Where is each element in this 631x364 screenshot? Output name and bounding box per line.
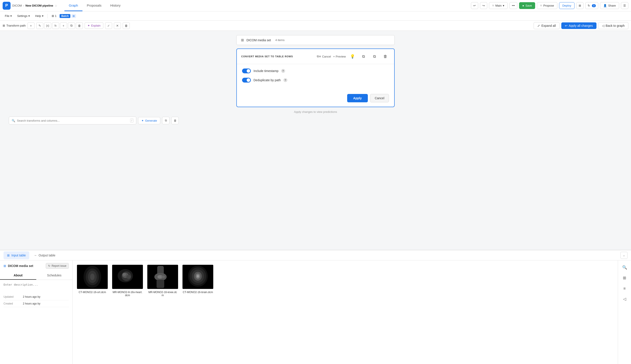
delete-transform-button[interactable]: 🗑 (76, 22, 83, 29)
card-cancel-link[interactable]: ✕ Cancel (319, 55, 331, 58)
branch-button[interactable]: ⑂ Main ▾ (489, 2, 508, 9)
list-item[interactable]: MR-MONO2-16-knee.dcm (147, 265, 178, 297)
breadcrumb-parent[interactable]: DICOM (12, 4, 22, 7)
transform-card-header: CONVERT MEDIA SET TO TABLE ROWS ⧉ ✕ Canc… (237, 49, 394, 64)
copy-transform-button[interactable]: ⧉ (68, 22, 75, 29)
collapse-button[interactable]: ⌄ (620, 252, 627, 259)
explain-button[interactable]: ✦ Explain (85, 22, 104, 29)
deploy-button[interactable]: Deploy (559, 2, 574, 9)
generate-icon: ✦ (141, 119, 144, 122)
sidebar-table-icon[interactable]: ⊞ (620, 274, 629, 282)
bottom-panel: ⊞ Input table → Output table ⌄ ⊞ DICOM m… (0, 250, 631, 364)
copy-table-button[interactable]: ⧉ (162, 117, 169, 124)
notifications-button[interactable]: ↻ 0 (585, 2, 598, 9)
undo-button[interactable]: ↩ (471, 2, 478, 9)
add-button[interactable]: + (60, 22, 67, 29)
sidebar-search-icon[interactable]: 🔍 (620, 263, 629, 272)
grid-button[interactable]: ⊞ (576, 2, 583, 9)
edit-transform-button[interactable]: ✎ (36, 22, 43, 29)
transform-path-icon: ⊞ (3, 24, 5, 27)
card-duplicate-icon[interactable]: ⧉ (370, 52, 379, 61)
card-delete-icon[interactable]: 🗑 (381, 52, 390, 61)
settings-menu-item[interactable]: Settings ▾ (15, 13, 32, 19)
batch-badge[interactable]: Batch (60, 14, 70, 18)
output-table-label: Output table (39, 254, 55, 257)
tab-input-table[interactable]: ⊞ Input table (4, 252, 29, 259)
hint-icon[interactable]: 💡 (348, 52, 357, 61)
dataset-info-name: DICOM media set (8, 264, 44, 268)
list-item[interactable]: MR-MONO2-8-16x-heart.dcm (112, 265, 143, 297)
updated-label: Updated (4, 295, 21, 298)
deduplicate-toggle[interactable] (242, 78, 251, 82)
apply-button[interactable]: Apply (347, 94, 368, 102)
redo-button[interactable]: ↪ (480, 2, 487, 9)
generate-button[interactable]: ✦ Generate (138, 117, 160, 124)
list-item[interactable]: CT-MONO2-16-brain.dcm (182, 265, 213, 297)
media-grid: CT-MONO2-16-ort.dcm MR-MO (73, 260, 618, 364)
share-button[interactable]: 👤 Share (600, 2, 619, 9)
tab-proposals[interactable]: Proposals (82, 0, 106, 11)
updated-value: 2 hours ago by (23, 295, 40, 298)
footer-cancel-button[interactable]: Cancel (370, 94, 389, 102)
delete-table-button[interactable]: 🗑 (171, 117, 179, 124)
svg-point-9 (126, 275, 131, 279)
dataset-title: DICOM media set (247, 38, 271, 42)
tab-history[interactable]: History (106, 0, 125, 11)
transform-x-button[interactable]: ✕ (114, 22, 121, 29)
transform-path-label: ⊞ Transform path (3, 24, 26, 27)
tab-output-table[interactable]: → Output table (30, 252, 59, 259)
favorite-icon[interactable]: ☆ (55, 4, 57, 8)
pipeline-icon-badge[interactable]: ⊞ (71, 14, 76, 18)
apply-all-icon: ↩ (565, 24, 567, 28)
sidebar-panel-icon[interactable]: ◁ (620, 294, 629, 304)
help-menu-item[interactable]: Help ▾ (33, 13, 46, 19)
apply-all-button[interactable]: ↩ Apply all changes (561, 22, 596, 29)
file-menu-item[interactable]: File ▾ (3, 13, 14, 19)
save-button[interactable]: ● Save (519, 2, 535, 9)
propose-button[interactable]: ⑂ Propose (537, 2, 557, 9)
fx-button[interactable]: fx (52, 22, 59, 29)
hamburger-button[interactable]: ☰ (621, 2, 628, 9)
deduplicate-help-icon[interactable]: ? (283, 78, 287, 82)
list-item[interactable]: CT-MONO2-16-ort.dcm (77, 265, 108, 297)
pipeline-area: ⊞ DICOM media set 4 items CONVERT MEDIA … (0, 31, 631, 250)
schedules-tab[interactable]: Schedules (36, 271, 73, 280)
formula-button[interactable]: {x} (44, 22, 51, 29)
transform-bar: ⊞ Transform path + ✎ {x} fx + ⧉ 🗑 ✦ Expl… (0, 21, 631, 31)
description-input[interactable] (4, 283, 69, 293)
include-timestamp-help-icon[interactable]: ? (281, 69, 285, 73)
search-input[interactable] (17, 119, 128, 122)
info-body: Updated 2 hours ago by Created 2 hours a… (0, 280, 72, 364)
back-label: Back to graph (606, 24, 625, 28)
card-copy-icon[interactable]: ⧉ (359, 52, 368, 61)
propose-icon: ⑂ (540, 4, 542, 7)
deduplicate-row: Deduplicate by path ? (242, 78, 389, 82)
x-icon: ✕ (319, 55, 321, 58)
more-button[interactable]: ••• (509, 2, 517, 9)
copy-icon[interactable]: ⧉ (317, 55, 319, 58)
expand-all-label: Expand all (541, 24, 556, 28)
include-timestamp-toggle[interactable] (242, 68, 251, 73)
dataset-info-header: ⊞ DICOM media set ↻ Report issue (0, 260, 72, 271)
transform-check-button[interactable]: ✓ (105, 22, 112, 29)
breadcrumb: DICOM › New DICOM pipeline ☆ (12, 4, 57, 8)
back-to-graph-button[interactable]: ◁ Back to graph (598, 22, 628, 29)
sidebar-chart-icon[interactable]: ≡ (620, 284, 629, 293)
plus-preview-icon: + (333, 55, 335, 58)
output-table-icon: → (34, 254, 37, 257)
transform-card-title: CONVERT MEDIA SET TO TABLE ROWS (241, 55, 315, 58)
explain-label: Explain (91, 24, 101, 27)
pipeline-node-count[interactable]: ⊞ 1 (50, 13, 59, 19)
about-tab[interactable]: About (0, 271, 36, 280)
add-transform-button[interactable]: + (28, 22, 35, 29)
expand-all-button[interactable]: ⤢ Expand all (534, 22, 559, 29)
transform-trash-button[interactable]: 🗑 (123, 22, 130, 29)
dataset-info-icon: ⊞ (4, 264, 6, 268)
bottom-tabs: ⊞ Input table → Output table ⌄ (0, 250, 631, 260)
report-issue-button[interactable]: ↻ Report issue (46, 263, 69, 269)
notifications-icon: ↻ (588, 4, 590, 7)
bottom-content: ⊞ DICOM media set ↻ Report issue About S… (0, 260, 631, 364)
media-label: CT-MONO2-16-ort.dcm (79, 291, 106, 294)
card-preview-link[interactable]: + Preview (333, 55, 346, 58)
tab-graph[interactable]: Graph (64, 0, 82, 11)
